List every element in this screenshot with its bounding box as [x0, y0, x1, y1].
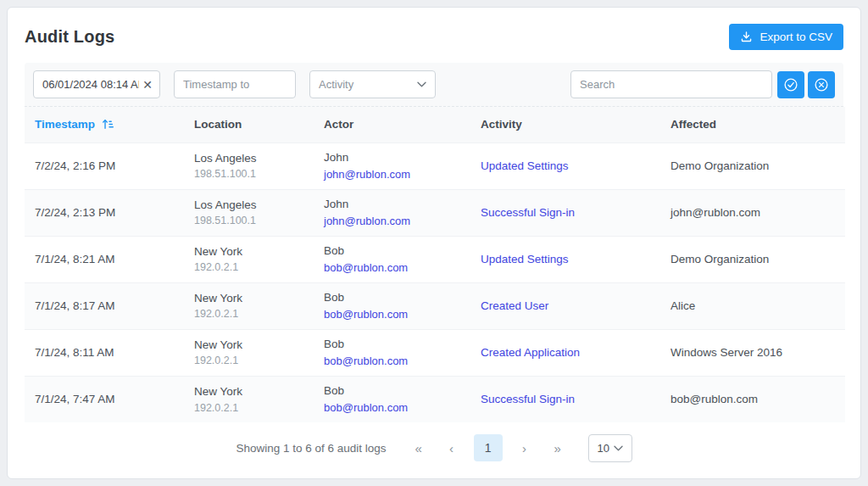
location-cell: New York 192.0.2.1: [184, 376, 314, 422]
table-row: 7/2/24, 2:16 PM Los Angeles 198.51.100.1…: [25, 142, 845, 189]
actor-name: Bob: [324, 338, 460, 351]
column-header-timestamp-label: Timestamp: [35, 118, 95, 131]
affected-cell: bob@rublon.com: [660, 376, 845, 422]
location-city: New York: [194, 338, 303, 352]
export-button-label: Export to CSV: [760, 31, 832, 43]
pagination-footer: Showing 1 to 6 of 6 audit logs « ‹ 1 › »…: [8, 422, 860, 478]
page-size-select[interactable]: 10: [588, 434, 632, 462]
location-ip: 192.0.2.1: [194, 261, 303, 273]
check-circle-icon: [783, 77, 798, 92]
actor-email-link[interactable]: john@rublon.com: [324, 215, 410, 227]
actor-email-link[interactable]: bob@rublon.com: [324, 261, 408, 274]
actor-cell: Bob bob@rublon.com: [314, 329, 470, 376]
filter-bar: 06/01/2024 08:14 AM ✕ Activity: [25, 63, 843, 107]
actor-name: Bob: [324, 291, 460, 304]
chevron-down-icon: [417, 81, 426, 87]
actor-cell: John john@rublon.com: [314, 189, 470, 236]
clear-filters-button[interactable]: [808, 71, 835, 98]
location-city: New York: [194, 385, 303, 399]
location-ip: 198.51.100.1: [194, 168, 303, 180]
export-to-csv-button[interactable]: Export to CSV: [729, 24, 843, 50]
actor-email-link[interactable]: bob@rublon.com: [324, 308, 408, 321]
actor-email-link[interactable]: bob@rublon.com: [324, 355, 408, 367]
location-cell: New York 192.0.2.1: [184, 282, 314, 329]
first-page-button[interactable]: «: [408, 434, 430, 461]
download-icon: [740, 31, 753, 43]
affected-cell: Demo Organization: [660, 142, 845, 189]
page-title: Audit Logs: [25, 27, 114, 47]
table-header-row: Timestamp Location Actor Activity Affect…: [25, 107, 845, 142]
apply-filters-button[interactable]: [777, 71, 804, 98]
affected-cell: john@rublon.com: [660, 189, 845, 236]
column-header-actor: Actor: [314, 107, 470, 142]
activity-cell: Successful Sign-in: [470, 376, 660, 422]
activity-link[interactable]: Created User: [481, 299, 548, 312]
location-city: Los Angeles: [194, 152, 303, 165]
column-header-location: Location: [184, 107, 314, 142]
location-ip: 192.0.2.1: [194, 355, 303, 366]
table-row: 7/2/24, 2:13 PM Los Angeles 198.51.100.1…: [25, 189, 845, 236]
table-row: 7/1/24, 7:47 AM New York 192.0.2.1 Bob b…: [25, 376, 845, 422]
actor-email-link[interactable]: bob@rublon.com: [324, 401, 408, 414]
actor-cell: Bob bob@rublon.com: [314, 282, 470, 329]
audit-log-table-body: 7/2/24, 2:16 PM Los Angeles 198.51.100.1…: [25, 142, 845, 422]
actor-cell: Bob bob@rublon.com: [314, 376, 470, 422]
timestamp-from-value: 06/01/2024 08:14 AM: [42, 78, 139, 91]
location-cell: New York 192.0.2.1: [184, 236, 314, 282]
actor-email-link[interactable]: john@rublon.com: [324, 168, 410, 181]
timestamp-cell: 7/1/24, 8:21 AM: [25, 236, 184, 282]
last-page-button[interactable]: »: [547, 434, 569, 461]
timestamp-to-input[interactable]: [174, 70, 296, 98]
card-header: Audit Logs Export to CSV: [8, 8, 860, 63]
location-cell: Los Angeles 198.51.100.1: [184, 142, 314, 189]
table-row: 7/1/24, 8:21 AM New York 192.0.2.1 Bob b…: [25, 236, 845, 282]
timestamp-cell: 7/1/24, 8:11 AM: [25, 329, 184, 376]
actor-name: John: [324, 151, 460, 165]
actor-cell: Bob bob@rublon.com: [314, 236, 470, 282]
actor-cell: John john@rublon.com: [314, 142, 470, 189]
column-header-timestamp[interactable]: Timestamp: [25, 107, 184, 142]
table-row: 7/1/24, 8:17 AM New York 192.0.2.1 Bob b…: [25, 282, 845, 329]
affected-cell: Demo Organization: [660, 236, 845, 282]
clear-timestamp-from-icon[interactable]: ✕: [142, 79, 153, 91]
activity-link[interactable]: Updated Settings: [481, 253, 569, 265]
activity-select-placeholder: Activity: [319, 78, 353, 91]
location-city: New York: [194, 292, 303, 305]
next-page-button[interactable]: ›: [514, 434, 536, 461]
timestamp-cell: 7/2/24, 2:13 PM: [25, 189, 184, 236]
column-header-activity: Activity: [470, 107, 660, 142]
column-header-affected: Affected: [660, 107, 845, 142]
actor-name: Bob: [324, 244, 460, 258]
activity-cell: Updated Settings: [470, 142, 660, 189]
timestamp-cell: 7/1/24, 7:47 AM: [25, 376, 184, 422]
location-ip: 192.0.2.1: [194, 308, 303, 320]
actor-name: John: [324, 198, 460, 211]
chevron-down-icon: [614, 445, 623, 451]
location-cell: Los Angeles 198.51.100.1: [184, 189, 314, 236]
location-cell: New York 192.0.2.1: [184, 329, 314, 376]
location-city: New York: [194, 245, 303, 259]
location-ip: 192.0.2.1: [194, 402, 303, 414]
activity-link[interactable]: Created Application: [481, 346, 580, 359]
affected-cell: Windows Server 2016: [660, 329, 845, 376]
activity-link[interactable]: Successful Sign-in: [481, 393, 575, 405]
results-summary: Showing 1 to 6 of 6 audit logs: [236, 442, 386, 455]
activity-cell: Updated Settings: [470, 236, 660, 282]
audit-log-table: Timestamp Location Actor Activity Affect…: [25, 107, 845, 422]
current-page-button[interactable]: 1: [474, 434, 503, 461]
activity-link[interactable]: Successful Sign-in: [481, 206, 575, 219]
activity-cell: Successful Sign-in: [470, 189, 660, 236]
search-input[interactable]: [570, 70, 772, 98]
timestamp-from-input[interactable]: 06/01/2024 08:14 AM ✕: [33, 70, 160, 98]
activity-link[interactable]: Updated Settings: [481, 159, 569, 172]
location-ip: 198.51.100.1: [194, 215, 303, 226]
sort-ascending-icon: [102, 118, 114, 131]
prev-page-button[interactable]: ‹: [441, 434, 463, 461]
x-circle-icon: [814, 77, 829, 92]
page-size-value: 10: [598, 442, 609, 455]
timestamp-cell: 7/1/24, 8:17 AM: [25, 282, 184, 329]
timestamp-cell: 7/2/24, 2:16 PM: [25, 142, 184, 189]
affected-cell: Alice: [660, 282, 845, 329]
audit-logs-card: Audit Logs Export to CSV 06/01/2024 08:1…: [7, 7, 861, 479]
activity-select[interactable]: Activity: [309, 70, 436, 98]
